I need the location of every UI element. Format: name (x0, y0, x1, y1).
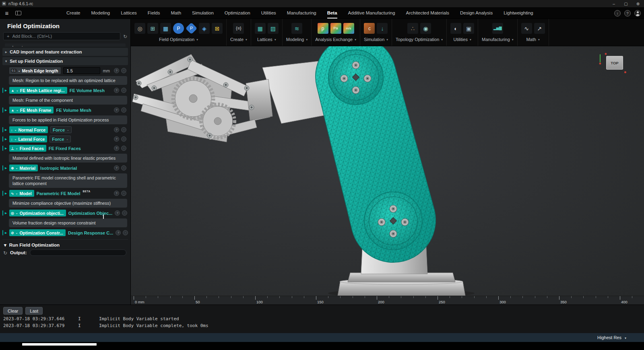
section-header-set-up-field-optimization[interactable]: ▾Set up Field Optimization (2, 57, 128, 65)
section-view-icon[interactable]: ◐ (450, 23, 461, 34)
sidebar-toggle-icon[interactable] (15, 11, 21, 15)
expand-arrow-icon[interactable]: ▶ (5, 231, 7, 235)
menu-item-lightweighting[interactable]: Lightweighting (504, 7, 533, 19)
implicit-region-icon[interactable]: P (186, 23, 198, 35)
minimize-button[interactable]: – (608, 0, 620, 7)
menu-item-math[interactable]: Math (171, 7, 182, 19)
robot-base[interactable] (338, 273, 465, 296)
info-icon[interactable]: ? (116, 230, 121, 235)
block-chip[interactable]: ⊘⌄Optimization Constr... (9, 229, 66, 236)
options-icon[interactable]: · (121, 136, 126, 142)
velocity-data-icon[interactable]: m/s (343, 23, 354, 34)
shape-extract-icon[interactable]: ◉ (420, 23, 431, 34)
beta-tool-icon[interactable]: ⊠ (212, 23, 223, 34)
menu-item-additive-manufacturing[interactable]: Additive Manufacturing (348, 7, 395, 19)
value-dropdown[interactable]: Force⌄ (50, 126, 72, 133)
output-input[interactable] (30, 249, 126, 256)
expand-arrow-icon[interactable]: ▶ (5, 167, 7, 170)
ribbon-group-dropdown[interactable]: Manufacturing▾ (482, 37, 513, 42)
info-icon[interactable]: ? (114, 107, 119, 113)
info-icon[interactable]: ? (115, 210, 120, 216)
options-icon[interactable]: · (121, 107, 126, 113)
ribbon-group-dropdown[interactable]: Simulation▾ (364, 37, 388, 42)
info-icon[interactable]: ? (114, 191, 119, 196)
expand-arrow-icon[interactable]: ▶ (5, 138, 7, 141)
view-cube[interactable]: TOP (606, 56, 623, 70)
implicit-point-icon[interactable]: P (173, 23, 184, 34)
help-icon[interactable] (624, 10, 631, 16)
block-value-link[interactable]: FE Fixed Faces (49, 146, 81, 151)
ribbon-group-dropdown[interactable]: Utilities▾ (453, 37, 471, 42)
info-icon[interactable]: ? (114, 146, 119, 151)
ramp-icon[interactable]: ↗ (534, 23, 545, 34)
expand-arrow-icon[interactable]: ▶ (5, 147, 7, 150)
block-value-link[interactable]: Optimization Objec... (68, 211, 112, 216)
block-chip[interactable]: ▲⌄FE Mesh Frame (9, 107, 54, 113)
expand-arrow-icon[interactable]: ▶ (5, 192, 7, 195)
density-field-icon[interactable]: ∴ (407, 23, 418, 34)
value-dropdown[interactable]: Force⌄ (50, 136, 71, 142)
menu-item-fields[interactable]: Fields (148, 7, 160, 19)
options-icon[interactable]: · (123, 230, 128, 235)
fe-voxel-icon[interactable]: ▦ (160, 23, 171, 34)
field-texture-icon[interactable]: ≋ (291, 23, 302, 34)
options-icon[interactable]: · (121, 68, 126, 73)
menu-item-utilities[interactable]: Utilities (261, 7, 276, 19)
info-icon[interactable]: ? (114, 68, 119, 73)
options-icon[interactable]: · (121, 146, 126, 151)
block-chip[interactable]: ⊥⌄Fixed Faces (9, 145, 46, 152)
param-chip[interactable]: 0.1⌄Mesh Edge length (9, 67, 61, 74)
ribbon-group-dropdown[interactable]: Modeling▾ (286, 37, 308, 42)
expand-arrow-icon[interactable]: ▶ (5, 109, 7, 112)
thermal-sim-icon[interactable]: c (364, 23, 375, 34)
resolution-selector[interactable]: Highest Res (597, 335, 621, 340)
ribbon-group-dropdown[interactable]: Lattices▾ (257, 37, 276, 42)
menu-item-design-analysis[interactable]: Design Analysis (460, 7, 493, 19)
account-icon[interactable] (634, 10, 641, 16)
chevron-down-icon[interactable] (625, 335, 626, 340)
block-list-icon[interactable]: {≡} (233, 23, 244, 34)
viewport-3d[interactable]: TOP (131, 46, 644, 296)
options-icon[interactable]: · (122, 210, 127, 216)
options-icon[interactable]: · (121, 127, 126, 132)
refresh-icon[interactable] (3, 249, 7, 256)
section-header-run-field-optimization[interactable]: ▾Run Field Optimization (2, 239, 128, 248)
menu-item-lattices[interactable]: Lattices (121, 7, 137, 19)
expand-arrow-icon[interactable]: ▶ (5, 128, 7, 132)
refresh-icon[interactable] (123, 33, 127, 40)
ribbon-group-dropdown[interactable]: Math▾ (526, 37, 539, 42)
menu-item-simulation[interactable]: Simulation (192, 7, 214, 19)
block-chip[interactable]: ▲⌄FE Mesh Lattice regi... (9, 87, 67, 94)
block-value-link[interactable]: FE Volume Mesh (70, 88, 105, 93)
download-icon[interactable] (614, 10, 621, 16)
pressure-data-icon[interactable]: Pa (330, 23, 341, 34)
block-value-link[interactable]: Isotropic Material (40, 166, 77, 171)
ribbon-group-dropdown[interactable]: Field Optimization▾ (159, 37, 198, 42)
spiral-icon[interactable]: ◎ (134, 23, 145, 34)
info-icon[interactable]: ? (114, 136, 119, 142)
maximize-button[interactable]: ▢ (620, 0, 632, 7)
close-button[interactable]: ⊗ (632, 0, 644, 7)
ribbon-group-dropdown[interactable]: Analysis Exchange▾ (315, 37, 356, 42)
block-chip[interactable]: ⊕⌄Material (9, 165, 38, 171)
options-icon[interactable]: · (121, 165, 126, 171)
fe-lattice-icon[interactable]: ⊞ (147, 23, 158, 34)
expand-arrow-icon[interactable]: ▶ (5, 89, 7, 92)
info-icon[interactable]: ? (114, 88, 119, 93)
conformal-lattice-icon[interactable]: ▨ (268, 23, 279, 34)
unit-cell-icon[interactable]: ▦ (255, 23, 266, 34)
menu-item-optimization[interactable]: Optimization (225, 7, 250, 19)
menu-item-create[interactable]: Create (66, 7, 80, 19)
info-icon[interactable]: ? (114, 127, 119, 132)
param-value-input[interactable]: 1.5 (63, 67, 100, 74)
export-parts-icon[interactable]: ▣ (463, 23, 474, 34)
section-header-inputs[interactable]: ▾Inputs (5, 43, 126, 47)
import-results-icon[interactable]: ↓ (377, 23, 388, 34)
block-chip[interactable]: ↓⌄Lateral Force (9, 136, 47, 142)
point-data-icon[interactable]: p (318, 23, 328, 34)
menu-item-modeling[interactable]: Modeling (91, 7, 110, 19)
section-header-cad-import-and-feature-extraction[interactable]: ▸CAD import and feature extraction (2, 48, 128, 56)
ribbon-group-dropdown[interactable]: Topology Optimization▾ (396, 37, 443, 42)
last-button[interactable]: Last (25, 307, 43, 315)
block-chip[interactable]: ◎⌄Optimization objecti... (9, 210, 66, 216)
